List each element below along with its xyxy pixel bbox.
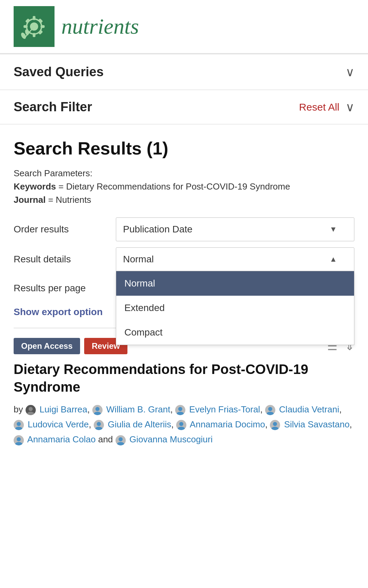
keywords-value: = Dietary Recommendations for Post-COVID… xyxy=(59,181,290,192)
author-link-7[interactable]: Annamaria Docimo xyxy=(190,419,265,429)
search-filter-bar: Search Filter Reset All ∨ xyxy=(0,90,368,125)
author-avatar-10 xyxy=(116,435,126,445)
article-title[interactable]: Dietary Recommendations for Post-COVID-1… xyxy=(14,360,354,396)
order-results-row: Order results Publication Date ▼ xyxy=(14,217,354,241)
brand-name: nutrients xyxy=(61,14,139,39)
svg-point-27 xyxy=(273,422,277,426)
author-avatar-7 xyxy=(176,420,186,430)
order-results-arrow-icon: ▼ xyxy=(329,225,337,234)
saved-queries-title: Saved Queries xyxy=(14,65,104,79)
svg-point-30 xyxy=(15,442,22,445)
author-link-1[interactable]: Luigi Barrea xyxy=(40,404,87,414)
result-details-dropdown[interactable]: Normal ▲ Normal Extended Compact xyxy=(116,247,354,271)
result-details-row: Result details Normal ▲ Normal Extended … xyxy=(14,247,354,271)
logo-box[interactable] xyxy=(14,6,55,47)
author-link-8[interactable]: Silvia Savastano xyxy=(284,419,350,429)
svg-point-20 xyxy=(266,412,274,415)
search-keywords: Keywords = Dietary Recommendations for P… xyxy=(14,181,354,192)
result-details-display[interactable]: Normal ▲ xyxy=(116,247,354,271)
filter-actions: Reset All ∨ xyxy=(299,100,354,114)
svg-rect-9 xyxy=(38,18,43,23)
svg-point-18 xyxy=(177,412,184,415)
svg-point-21 xyxy=(17,422,21,426)
svg-rect-5 xyxy=(41,25,45,28)
order-results-value: Publication Date xyxy=(123,224,193,235)
dropdown-option-normal[interactable]: Normal xyxy=(116,271,354,296)
svg-point-23 xyxy=(97,422,101,426)
order-results-select[interactable]: Publication Date ▼ xyxy=(116,217,354,241)
dropdown-option-compact[interactable]: Compact xyxy=(116,320,354,345)
author-link-6[interactable]: Giulia de Alteriis xyxy=(108,419,171,429)
main-content: Search Results (1) Search Parameters: Ke… xyxy=(0,125,368,447)
svg-point-26 xyxy=(178,427,185,430)
order-results-display[interactable]: Publication Date ▼ xyxy=(116,217,354,241)
author-avatar-8 xyxy=(270,420,280,430)
result-details-menu: Normal Extended Compact xyxy=(116,271,354,345)
author-avatar-6 xyxy=(94,420,104,430)
author-avatar-9 xyxy=(14,435,24,445)
author-avatar-2 xyxy=(92,405,103,415)
svg-point-31 xyxy=(119,437,123,441)
search-filter-title: Search Filter xyxy=(14,100,92,114)
svg-point-32 xyxy=(117,442,124,445)
result-details-arrow-icon: ▲ xyxy=(329,255,337,264)
journal-label: Journal xyxy=(14,195,46,205)
author-avatar-3 xyxy=(175,405,185,415)
result-details-label: Result details xyxy=(14,254,116,265)
author-avatar-1 xyxy=(26,405,36,415)
search-journal: Journal = Nutrients xyxy=(14,195,354,205)
author-link-9[interactable]: Annamaria Colao xyxy=(27,434,96,444)
results-per-page-label: Results per page xyxy=(14,283,116,294)
svg-rect-3 xyxy=(33,33,35,37)
author-avatar-5 xyxy=(14,420,24,430)
logo-icon xyxy=(19,11,49,42)
author-link-10[interactable]: Giovanna Muscogiuri xyxy=(129,434,213,444)
svg-rect-6 xyxy=(25,18,30,23)
svg-rect-4 xyxy=(24,25,28,28)
show-export-link[interactable]: Show export option xyxy=(14,307,103,317)
badge-open-access[interactable]: Open Access xyxy=(14,338,80,354)
svg-point-14 xyxy=(27,412,34,415)
dropdown-option-extended[interactable]: Extended xyxy=(116,296,354,320)
result-details-value: Normal xyxy=(123,254,154,265)
order-results-label: Order results xyxy=(14,224,116,235)
svg-rect-7 xyxy=(38,30,43,35)
svg-point-19 xyxy=(268,407,272,411)
author-link-5[interactable]: Ludovica Verde xyxy=(28,419,89,429)
keywords-label: Keywords xyxy=(14,181,56,192)
author-link-4[interactable]: Claudia Vetrani xyxy=(279,404,339,414)
saved-queries-bar[interactable]: Saved Queries ∨ xyxy=(0,54,368,90)
svg-point-24 xyxy=(95,427,103,430)
search-results-title: Search Results (1) xyxy=(14,138,354,159)
svg-point-29 xyxy=(17,437,21,441)
article-authors: by Luigi Barrea, William B. Grant, Evely… xyxy=(14,402,354,447)
svg-point-17 xyxy=(178,407,182,411)
badges-left: Open Access Review xyxy=(14,338,127,354)
author-link-3[interactable]: Evelyn Frias-Toral xyxy=(189,404,260,414)
svg-rect-2 xyxy=(33,16,35,20)
search-params-label: Search Parameters: xyxy=(14,168,354,179)
svg-point-15 xyxy=(95,407,99,411)
saved-queries-chevron-icon: ∨ xyxy=(346,65,354,79)
svg-point-16 xyxy=(94,412,101,415)
journal-value: = Nutrients xyxy=(48,195,91,205)
reset-all-link[interactable]: Reset All xyxy=(299,101,339,113)
by-label: by xyxy=(14,404,23,414)
author-link-2[interactable]: William B. Grant xyxy=(106,404,170,414)
article-card: Open Access Review ☰ ⇓ Dietary Recommend… xyxy=(14,328,354,447)
author-avatar-4 xyxy=(265,405,275,415)
and-label: and xyxy=(98,434,113,444)
svg-point-13 xyxy=(29,407,33,411)
page-header: nutrients xyxy=(0,0,368,54)
svg-point-25 xyxy=(179,422,183,426)
svg-point-22 xyxy=(15,427,22,430)
search-filter-chevron-icon: ∨ xyxy=(346,100,354,114)
svg-point-28 xyxy=(271,427,279,430)
